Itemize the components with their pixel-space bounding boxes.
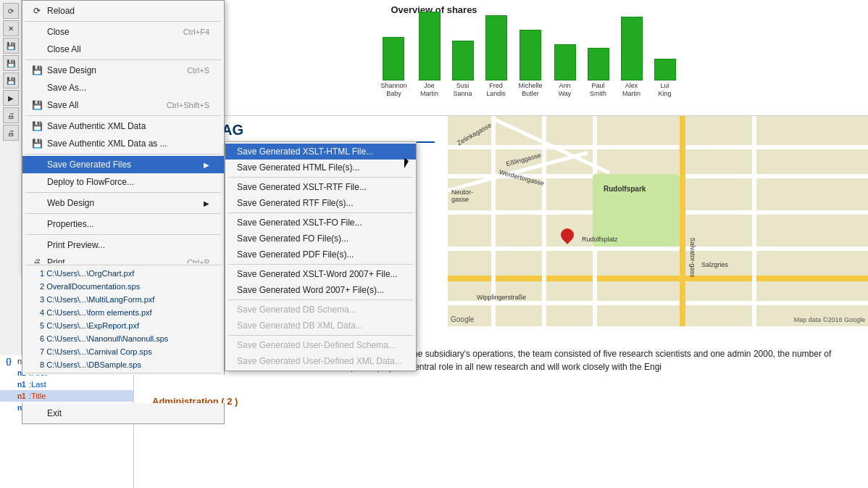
chart-bar-group: Paul Smith (588, 48, 609, 98)
menu-item-properties[interactable]: Properties... (22, 215, 224, 233)
recent-file-8[interactable]: 8 C:\Users\...\DBSample.sps (22, 358, 224, 371)
submenu-label-1: Save Generated XSLT-HTML File... (237, 146, 373, 157)
toolbar-btn-4[interactable]: 💾 (3, 55, 19, 71)
submenu-item-8[interactable]: Save Generated XSLT-Word 2007+ File... (225, 266, 416, 282)
menu-item-exit[interactable]: Exit (22, 405, 224, 422)
recent-file-6[interactable]: 6 C:\Users\...\Nanonull\Nanonull.sps (22, 332, 224, 345)
chart-bar-group: Alex Martin (621, 17, 643, 98)
recent-file-5[interactable]: 5 C:\Users\...\ExpReport.pxf (22, 319, 224, 332)
map-label: Neutor-gasse (451, 189, 473, 203)
submenu-label-11: Save Generated DB XML Data... (237, 320, 363, 331)
printpreview-icon (31, 239, 43, 251)
submenu-item-12: Save Generated User-Defined Schema... (225, 337, 416, 353)
chart-bar-group: Fred Landis (485, 15, 507, 98)
menu-item-saveauthxml[interactable]: 💾 Save Authentic XML Data (22, 117, 224, 135)
toolbar-btn-3[interactable]: 💾 (3, 38, 19, 54)
menu-item-saveauthxmlas[interactable]: 💾 Save Authentic XML Data as ... (22, 135, 224, 152)
chart-bar-group: Shannon Baby (380, 37, 406, 98)
map-copyright: Map data ©2016 Google (794, 316, 865, 323)
menu-item-saveas[interactable]: Save As... (22, 79, 224, 96)
submenu-label-4: Save Generated RTF File(s)... (237, 198, 354, 208)
tree-item-last: n1 :Last (0, 379, 133, 390)
map-label: Rudolfsplatz (582, 236, 618, 243)
map-label: Salzgries (701, 261, 728, 268)
tree-label-title: :Title (29, 392, 46, 400)
saveall-icon: 💾 (31, 99, 43, 111)
submenu-label-7: Save Generated PDF File(s)... (237, 249, 354, 260)
toolbar-btn-5[interactable]: 💾 (3, 73, 19, 88)
submenu-item-1[interactable]: Save Generated XSLT-HTML File... (225, 144, 416, 160)
toolbar-btn-1[interactable]: ⟳ (3, 3, 19, 19)
menu-label-webdesign: Web Design (47, 198, 94, 208)
toolbar-btn-2[interactable]: ✕ (3, 20, 19, 36)
chart-bar-label: Alex Martin (622, 82, 640, 98)
chart-bar (519, 30, 541, 80)
savegenfiles-arrow: ▶ (204, 161, 209, 169)
submenu-item-10: Save Generated DB Schema... (225, 302, 416, 318)
menu-label-saveall: Save All (47, 100, 78, 110)
recent-files-section: 1 C:\Users\...\OrgChart.pxf 2 OverallDoc… (22, 263, 225, 375)
recent-file-1[interactable]: 1 C:\Users\...\OrgChart.pxf (22, 267, 224, 280)
submenu-sep-2 (228, 212, 413, 213)
saveauthxmlas-icon: 💾 (31, 138, 43, 149)
menu-sep-3 (25, 115, 221, 116)
menu-label-savegenfiles: Save Generated Files (47, 160, 131, 170)
recent-file-3[interactable]: 3 C:\Users\...\MultiLangForm.pxf (22, 293, 224, 306)
submenu-item-5[interactable]: Save Generated XSLT-FO File... (225, 215, 416, 231)
submenu-item-6[interactable]: Save Generated FO File(s)... (225, 231, 416, 247)
toolbar-btn-6[interactable]: ▶ (3, 90, 19, 106)
tree-item-title[interactable]: n1 :Title (0, 390, 133, 402)
submenu: Save Generated XSLT-HTML File... Save Ge… (225, 141, 417, 371)
chart-bar-label: Fred Landis (486, 82, 506, 98)
recent-file-7[interactable]: 7 C:\Users\...\Carnival Corp.sps (22, 345, 224, 358)
reload-icon: ⟳ (31, 5, 43, 17)
menu-label-closeall: Close All (47, 44, 81, 54)
recent-sep-bottom (25, 373, 221, 373)
menu-item-deploy[interactable]: Deploy to FlowForce... (22, 173, 224, 191)
menu-label-printpreview: Print Preview... (47, 240, 105, 250)
submenu-item-2[interactable]: Save Generated HTML File(s)... (225, 160, 416, 175)
chart-bar-label: Susi Sanna (454, 82, 472, 98)
menu-item-reload[interactable]: ⟳ Reload (22, 2, 224, 20)
submenu-item-4[interactable]: Save Generated RTF File(s)... (225, 195, 416, 211)
menu-sep-4 (25, 154, 221, 154)
recent-file-4[interactable]: 4 C:\Users\...\form elements.pxf (22, 306, 224, 319)
toolbar-btn-8[interactable]: 🖨 (3, 125, 19, 141)
recent-file-2[interactable]: 2 OverallDocumentation.sps (22, 280, 224, 293)
submenu-item-9[interactable]: Save Generated Word 2007+ File(s)... (225, 282, 416, 298)
map-road (752, 116, 756, 326)
submenu-item-7[interactable]: Save Generated PDF File(s)... (225, 247, 416, 262)
map-area: Zelinkagasse Eßlinggasse Neutor-gasse We… (448, 116, 868, 326)
map-label: Salvator-gass (689, 237, 696, 277)
toolbar-btn-7[interactable]: 🖨 (3, 107, 19, 123)
menu-item-closeall[interactable]: Close All (22, 41, 224, 58)
tree-icon-last: n1 (17, 381, 28, 389)
menu-item-savegenfiles[interactable]: Save Generated Files ▶ (22, 156, 224, 173)
menu-label-deploy: Deploy to FlowForce... (47, 177, 134, 187)
submenu-item-3[interactable]: Save Generated XSLT-RTF File... (225, 179, 416, 195)
menu-item-printpreview[interactable]: Print Preview... (22, 236, 224, 254)
submenu-sep-3 (228, 264, 413, 265)
map-label: Rudolfspark (604, 185, 646, 193)
menu-sep-6 (25, 213, 221, 214)
exit-icon (31, 408, 43, 419)
mouse-cursor (404, 158, 413, 171)
menu-item-close[interactable]: Close Ctrl+F4 (22, 23, 224, 41)
chart-bar-group: Lui King (654, 59, 676, 98)
menu-item-webdesign[interactable]: Web Design ▶ (22, 194, 224, 212)
chart-bar (383, 37, 404, 80)
submenu-label-8: Save Generated XSLT-Word 2007+ File... (237, 269, 397, 279)
map-background: Zelinkagasse Eßlinggasse Neutor-gasse We… (448, 116, 868, 326)
map-road-yellow (680, 116, 685, 326)
menu-item-savedesign[interactable]: 💾 Save Design Ctrl+S (22, 62, 224, 79)
menu-shortcut-saveall: Ctrl+Shift+S (167, 101, 209, 109)
menu-item-saveall[interactable]: 💾 Save All Ctrl+Shift+S (22, 96, 224, 114)
chart-bar (554, 44, 576, 80)
submenu-label-9: Save Generated Word 2007+ File(s)... (237, 285, 384, 295)
map-google-label: Google (451, 315, 474, 323)
menu-label-saveauthxml: Save Authentic XML Data (47, 121, 146, 131)
chart-bar-group: Susi Sanna (452, 41, 474, 98)
chart-bar-group: Michelle Butler (519, 30, 543, 98)
menu-label-saveauthxmlas: Save Authentic XML Data as ... (47, 138, 167, 149)
chart-bar-label: Michelle Butler (519, 82, 543, 98)
